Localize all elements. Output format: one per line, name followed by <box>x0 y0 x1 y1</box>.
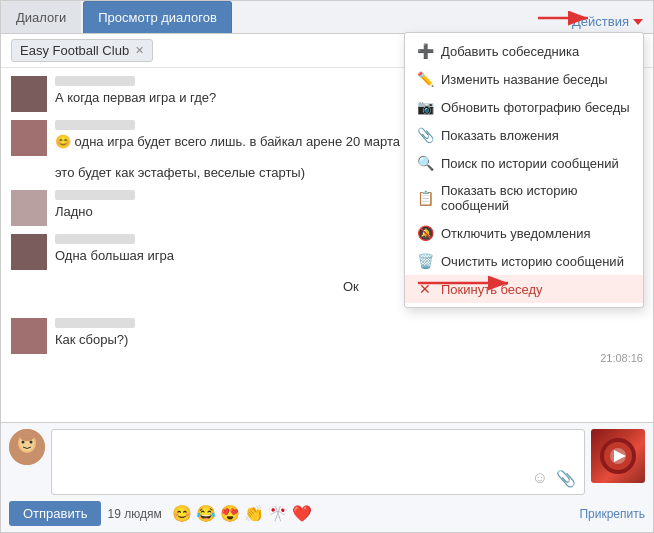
send-button[interactable]: Отправить <box>9 501 101 526</box>
dropdown-menu: ➕ Добавить собеседника ✏️ Изменить назва… <box>404 32 644 308</box>
emoji-flag[interactable]: 🎌 <box>268 504 288 523</box>
avatar <box>11 234 47 270</box>
svg-point-4 <box>30 441 33 444</box>
sender-name <box>55 76 135 86</box>
dropdown-mute[interactable]: 🔕 Отключить уведомления <box>405 219 643 247</box>
avatar <box>11 76 47 112</box>
svg-point-5 <box>20 433 34 441</box>
dropdown-add-person[interactable]: ➕ Добавить собеседника <box>405 37 643 65</box>
message-text: Как сборы?) <box>55 331 643 349</box>
dropdown-show-attachments[interactable]: 📎 Показать вложения <box>405 121 643 149</box>
attachment-icon: 📎 <box>417 127 433 143</box>
tab-prosmotr[interactable]: Просмотр диалогов <box>83 1 232 33</box>
emoji-laugh[interactable]: 😂 <box>196 504 216 523</box>
search-icon: 🔍 <box>417 155 433 171</box>
red-arrow-top <box>538 4 598 32</box>
convo-title-tag: Easy Football Club ✕ <box>11 39 153 62</box>
tab-dialogi[interactable]: Диалоги <box>1 1 81 33</box>
attachment-image <box>591 429 645 483</box>
dropdown-history-label: Показать всю историю сообщений <box>441 183 631 213</box>
dropdown-rename-label: Изменить название беседы <box>441 72 608 87</box>
sender-name <box>55 120 135 130</box>
avatar <box>11 120 47 156</box>
dropdown-update-photo-label: Обновить фотографию беседы <box>441 100 630 115</box>
dropdown-rename[interactable]: ✏️ Изменить название беседы <box>405 65 643 93</box>
sender-name <box>55 318 135 328</box>
emoji-smile[interactable]: 😊 <box>172 504 192 523</box>
main-container: Диалоги Просмотр диалогов Действия ➕ Доб… <box>0 0 654 533</box>
sender-name <box>55 190 135 200</box>
avatar <box>11 318 47 354</box>
convo-title-text: Easy Football Club <box>20 43 129 58</box>
message-row: Как сборы?) 21:08:16 <box>11 318 643 363</box>
dropdown-full-history[interactable]: 📋 Показать всю историю сообщений <box>405 177 643 219</box>
emoji-toolbar: 😊 😂 😍 👏 🎌 ❤️ <box>172 504 312 523</box>
recipient-count: 19 людям <box>107 507 161 521</box>
trash-icon: 🗑️ <box>417 253 433 269</box>
dropdown-search-history[interactable]: 🔍 Поиск по истории сообщений <box>405 149 643 177</box>
dropdown-add-person-label: Добавить собеседника <box>441 44 579 59</box>
user-avatar <box>9 429 45 465</box>
message-input-wrap: ☺ 📎 <box>51 429 585 495</box>
add-person-icon: ➕ <box>417 43 433 59</box>
message-input[interactable] <box>58 434 578 464</box>
toolbar-row: Отправить 19 людям 😊 😂 😍 👏 🎌 ❤️ Прикрепи… <box>9 495 645 532</box>
attachment-thumbnail[interactable] <box>591 429 645 483</box>
attach-button[interactable]: Прикрепить <box>579 507 645 521</box>
emoji-picker-icon[interactable]: ☺ <box>532 469 548 488</box>
emoji-heart[interactable]: ❤️ <box>292 504 312 523</box>
mute-icon: 🔕 <box>417 225 433 241</box>
svg-point-3 <box>22 441 25 444</box>
pencil-icon: ✏️ <box>417 71 433 87</box>
dropdown-mute-label: Отключить уведомления <box>441 226 591 241</box>
arrow-down-icon <box>633 19 643 25</box>
message-time: 21:08:16 <box>55 350 643 364</box>
dropdown-attachments-label: Показать вложения <box>441 128 559 143</box>
input-icons: ☺ 📎 <box>58 467 578 490</box>
avatar <box>11 190 47 226</box>
emoji-clap[interactable]: 👏 <box>244 504 264 523</box>
input-row: ☺ 📎 <box>9 429 645 495</box>
dropdown-search-label: Поиск по истории сообщений <box>441 156 619 171</box>
emoji-heart-eyes[interactable]: 😍 <box>220 504 240 523</box>
dropdown-clear-label: Очистить историю сообщений <box>441 254 624 269</box>
dropdown-update-photo[interactable]: 📷 Обновить фотографию беседы <box>405 93 643 121</box>
close-convo-button[interactable]: ✕ <box>135 44 144 57</box>
camera-icon: 📷 <box>417 99 433 115</box>
history-icon: 📋 <box>417 190 433 206</box>
attach-inline-icon[interactable]: 📎 <box>556 469 576 488</box>
message-content: Как сборы?) 21:08:16 <box>55 318 643 363</box>
sender-name <box>55 234 135 244</box>
input-area: ☺ 📎 Отправить 19 людям 😊 <box>1 422 653 532</box>
red-arrow-leave <box>418 271 518 295</box>
